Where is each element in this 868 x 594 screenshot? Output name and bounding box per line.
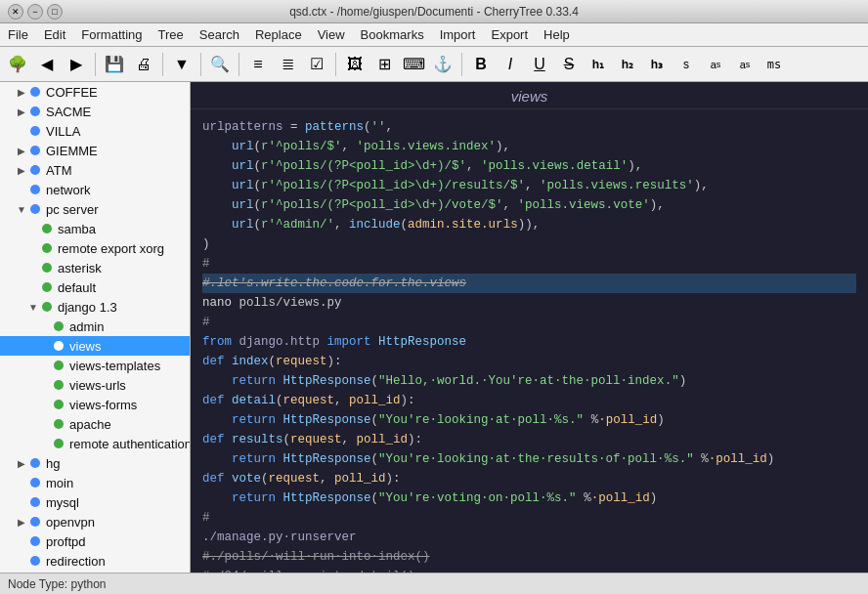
sidebar-item-apache[interactable]: ▶ apache [0,414,190,434]
sidebar-item-label: moin [46,476,73,490]
sidebar-item-views-forms[interactable]: ▶ views-forms [0,395,190,414]
sidebar-item-openvpn[interactable]: ▶ openvpn [0,512,190,531]
menu-formatting[interactable]: Formatting [73,24,150,45]
close-button[interactable]: ✕ [8,4,23,20]
super-button[interactable]: as [702,51,729,78]
sidebar-item-asterisk[interactable]: ▶ asterisk [0,258,190,277]
arrow-icon: ▶ [16,516,27,528]
separator-5 [335,53,336,76]
menubar: File Edit Formatting Tree Search Replace… [0,23,868,47]
arrow-icon: ▶ [16,164,27,176]
arrow-icon: ▶ [16,145,27,156]
sub-button[interactable]: as [731,51,759,78]
sidebar-item-default[interactable]: ▶ default [0,277,190,297]
node-icon [27,514,43,530]
sidebar-item-django[interactable]: ▼ django 1.3 [0,297,190,317]
sidebar-item-label: apache [69,417,111,432]
sidebar-item-views[interactable]: ▶ views [0,336,190,356]
window-controls[interactable]: ✕ − □ [8,4,63,20]
back-button[interactable]: ◀ [33,51,61,78]
sidebar-item-atm[interactable]: ▶ ATM [0,160,190,180]
separator-3 [200,53,201,76]
sidebar-item-label: views-forms [69,398,137,412]
sidebar-item-remote-export-xorg[interactable]: ▶ remote export xorg [0,238,190,258]
code-button[interactable]: ⌨ [400,51,427,78]
image-button[interactable]: 🖼 [341,51,369,78]
forward-button[interactable]: ▶ [63,51,90,78]
small-button[interactable]: s [673,51,700,78]
sidebar-item-mysql[interactable]: ▶ mysql [0,492,190,512]
node-icon [51,318,66,334]
sidebar-item-proftpd[interactable]: ▶ proftpd [0,531,190,551]
node-icon [39,279,55,295]
maximize-button[interactable]: □ [47,4,63,20]
sidebar-item-label: network [46,183,91,197]
code-editor[interactable]: urlpatterns = patterns('', url(r'^polls/… [191,109,868,573]
bold-button[interactable]: B [467,51,495,78]
sidebar-item-admin[interactable]: ▶ admin [0,317,190,336]
sidebar-item-views-templates[interactable]: ▶ views-templates [0,356,190,375]
italic-button[interactable]: I [497,51,524,78]
combo-button[interactable]: ▼ [168,51,195,78]
statusbar: Node Type: python [0,573,868,594]
h3-button[interactable]: h₃ [643,51,671,78]
menu-view[interactable]: View [310,24,353,45]
save-button[interactable]: 💾 [101,51,128,78]
sidebar-item-remote-auth[interactable]: ▶ remote authentication [0,434,190,453]
main-area: ▶ COFFEE ▶ SACME ▶ VILLA ▶ GIEMME ▶ ATM [0,82,868,573]
sidebar-item-label: admin [69,319,104,334]
sidebar-item-label: SACME [46,105,91,119]
node-icon [27,143,43,158]
menu-bookmarks[interactable]: Bookmarks [353,24,432,45]
menu-search[interactable]: Search [192,24,247,45]
sidebar-item-coffee[interactable]: ▶ COFFEE [0,82,190,102]
menu-help[interactable]: Help [536,24,578,45]
arrow-icon: ▼ [27,301,39,313]
sidebar-item-trac[interactable]: ▶ trac [0,571,190,573]
mono-button[interactable]: ms [760,51,788,78]
menu-export[interactable]: Export [483,24,536,45]
sidebar-item-label: remote authentication [69,437,191,451]
separator-4 [239,53,239,76]
print-button[interactable]: 🖨 [130,51,157,78]
sidebar-item-label: views-urls [69,378,126,393]
anchor-button[interactable]: ⚓ [429,51,456,78]
menu-tree[interactable]: Tree [151,24,192,45]
node-icon [27,84,43,100]
menu-file[interactable]: File [0,24,36,45]
sidebar-item-views-urls[interactable]: ▶ views-urls [0,375,190,395]
menu-edit[interactable]: Edit [36,24,73,45]
sidebar-item-samba[interactable]: ▶ samba [0,219,190,238]
sidebar-item-sacme[interactable]: ▶ SACME [0,102,190,121]
node-icon [39,221,55,236]
underline-button[interactable]: U [526,51,553,78]
sidebar-item-label: mysql [46,495,79,510]
h2-button[interactable]: h₂ [614,51,641,78]
list-ol-button[interactable]: ≣ [274,51,301,78]
sidebar-item-label: default [58,280,96,295]
sidebar-item-moin[interactable]: ▶ moin [0,473,190,492]
node-icon [27,104,43,119]
menu-replace[interactable]: Replace [247,24,310,45]
sidebar[interactable]: ▶ COFFEE ▶ SACME ▶ VILLA ▶ GIEMME ▶ ATM [0,82,191,573]
search-button[interactable]: 🔍 [206,51,234,78]
list-ul-button[interactable]: ≡ [244,51,272,78]
h1-button[interactable]: h₁ [585,51,612,78]
sidebar-item-network[interactable]: ▶ network [0,180,190,199]
new-node-button[interactable]: 🌳 [4,51,31,78]
sidebar-item-label: pc server [46,202,98,217]
sidebar-item-redirection[interactable]: ▶ redirection [0,551,190,571]
sidebar-item-hg[interactable]: ▶ hg [0,453,190,473]
sidebar-item-villa[interactable]: ▶ VILLA [0,121,190,141]
sidebar-item-label: VILLA [46,124,80,139]
list-todo-button[interactable]: ☑ [303,51,330,78]
sidebar-item-label: redirection [46,554,106,569]
strikethrough-button[interactable]: S [555,51,583,78]
menu-import[interactable]: Import [432,24,484,45]
minimize-button[interactable]: − [27,4,43,20]
sidebar-item-giemme[interactable]: ▶ GIEMME [0,141,190,160]
arrow-icon: ▼ [16,203,27,215]
sidebar-item-pcserver[interactable]: ▼ pc server [0,199,190,219]
table-button[interactable]: ⊞ [370,51,398,78]
window-title: qsd.ctx - /home/giuspen/Documenti - Cher… [289,5,579,19]
